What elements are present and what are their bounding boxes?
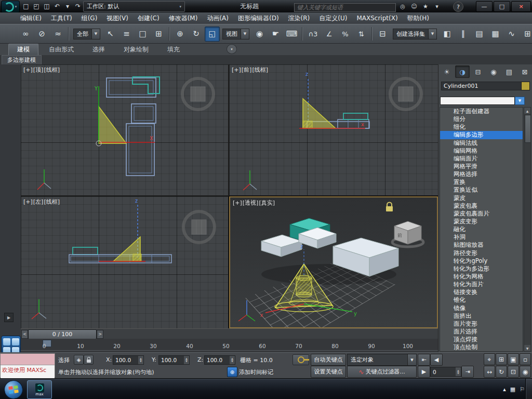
viewport-nav-menu[interactable]: [+]: [233, 200, 242, 206]
ribbon-tab[interactable]: 建模: [8, 44, 38, 55]
coord-y-field[interactable]: 100.0 ▲▼: [158, 355, 190, 365]
play-button[interactable]: ▶: [418, 366, 430, 378]
coord-z-field[interactable]: 100.0 ▲▼: [204, 355, 235, 365]
window-crossing-toggle-icon[interactable]: ⊞: [151, 26, 166, 42]
set-key-button[interactable]: 设置关键点: [311, 366, 346, 378]
isolate-selection-toggle[interactable]: ◈: [74, 355, 84, 365]
modifier-item[interactable]: 锥化: [440, 296, 523, 304]
maximize-button[interactable]: □: [494, 1, 510, 12]
auto-key-button[interactable]: 自动关键点: [311, 354, 346, 366]
select-by-name-icon[interactable]: ≡: [119, 26, 134, 42]
menu-item[interactable]: 组(G): [77, 12, 102, 24]
object-color-swatch[interactable]: [521, 82, 530, 90]
modifier-item[interactable]: 转化为多边形: [440, 265, 523, 273]
tray-ime-icon[interactable]: ▦: [510, 386, 515, 393]
keyboard-shortcut-override-icon[interactable]: ⌨: [284, 26, 299, 42]
go-to-start-button[interactable]: ⇤: [418, 354, 430, 366]
maximize-viewport-icon[interactable]: ⊡: [508, 366, 519, 378]
viewport-label[interactable]: [+][顶][线框]: [23, 66, 60, 74]
modifier-item[interactable]: 编辑面片: [440, 155, 523, 163]
select-and-rotate-icon[interactable]: ↻: [189, 26, 204, 42]
viewport-nav-menu[interactable]: [+]: [23, 66, 33, 73]
viewport-label[interactable]: [+][透视][真实]: [233, 199, 275, 207]
modifier-item[interactable]: 网格平滑: [440, 163, 523, 170]
modifier-item[interactable]: 面挤出: [440, 312, 523, 320]
favorites-icon[interactable]: ★: [421, 2, 430, 11]
redo-icon[interactable]: ↷: [73, 1, 83, 11]
set-key-button-large[interactable]: [292, 354, 309, 365]
schematic-view-icon[interactable]: ⊞: [520, 26, 532, 42]
workspace-selector[interactable]: 工作区: 默认 ▾: [83, 1, 185, 12]
modifier-item[interactable]: 顶点绘制: [440, 343, 523, 351]
modifier-item[interactable]: 蒙皮: [440, 194, 523, 202]
polygon-modeling-tab[interactable]: 多边形建模: [2, 55, 42, 64]
new-scene-icon[interactable]: □: [21, 1, 31, 11]
show-desktop-button[interactable]: [525, 379, 532, 399]
menu-item[interactable]: MAXScript(X): [352, 12, 402, 24]
spinner-snap-icon[interactable]: ⇅: [354, 26, 369, 42]
angle-snap-icon[interactable]: ∠: [322, 26, 337, 42]
utilities-tab[interactable]: ⊠: [517, 65, 532, 78]
modifier-item[interactable]: 编辑网格: [440, 147, 523, 155]
previous-key-button[interactable]: ◀: [430, 354, 443, 366]
modifier-item[interactable]: 顶点焊接: [440, 336, 523, 343]
modifier-item[interactable]: 面片选择: [440, 328, 523, 336]
modifier-item[interactable]: 编辑多边形: [440, 131, 523, 139]
modifier-item[interactable]: 蒙皮包裹: [440, 202, 523, 210]
snaps-toggle-icon[interactable]: ∩3: [305, 26, 321, 42]
modifier-item[interactable]: 置换近似: [440, 186, 523, 194]
reference-coordinate-dropdown[interactable]: 视图 ▼: [222, 29, 249, 39]
zoom-icon[interactable]: ⌖: [484, 353, 495, 365]
viewport-shading-menu[interactable]: [线框]: [44, 66, 60, 73]
key-filters-button[interactable]: ∿ 关键点过滤器...: [347, 366, 417, 378]
viewport-nav-menu[interactable]: [+]: [23, 198, 33, 205]
object-name-field[interactable]: Cylinder001: [441, 82, 523, 90]
ribbon-state-button[interactable]: ▾: [227, 44, 237, 54]
modifier-item[interactable]: 粒子面创建器: [440, 108, 523, 115]
viewport-shading-menu[interactable]: [线框]: [252, 66, 268, 73]
modifier-item[interactable]: 链接变换: [440, 288, 523, 296]
modifier-item[interactable]: 转化为网格: [440, 273, 523, 281]
scroll-up-icon[interactable]: ▲: [524, 108, 530, 114]
selection-lock-toggle[interactable]: [84, 355, 94, 365]
edit-named-selection-sets-icon[interactable]: ⊟: [375, 26, 390, 42]
save-file-icon[interactable]: ◫: [42, 1, 52, 11]
left-panel-flyout-arrow[interactable]: ▶: [4, 313, 14, 322]
use-pivot-center-icon[interactable]: ◉: [252, 26, 267, 42]
menu-item[interactable]: 渲染(R): [284, 12, 315, 24]
curve-editor-icon[interactable]: ∿: [504, 26, 519, 42]
viewport-pov-menu[interactable]: [前]: [242, 66, 252, 73]
zoom-all-icon[interactable]: ⊞: [496, 353, 507, 365]
modifier-item[interactable]: 编辑法线: [440, 139, 523, 147]
viewport-top[interactable]: [+][顶][线框] Y X: [21, 64, 228, 195]
help-button[interactable]: ?: [453, 2, 463, 12]
viewport-perspective[interactable]: [+][透视][真实] 前: [229, 196, 438, 328]
viewport-nav-menu[interactable]: [+]: [232, 66, 241, 73]
modifier-item[interactable]: 蒙皮包裹面片: [440, 210, 523, 218]
previous-frame-arrow[interactable]: <: [21, 330, 28, 339]
select-object-icon[interactable]: ↖: [103, 26, 118, 42]
viewport-label[interactable]: [+][前][线框]: [232, 66, 269, 74]
modifier-item[interactable]: 细分: [440, 115, 523, 123]
maxscript-mini-listener[interactable]: 欢迎使用 MAXSc: [0, 353, 55, 377]
pan-icon[interactable]: ↔: [484, 366, 495, 378]
viewport-left[interactable]: [+][左][线框] z: [21, 196, 228, 328]
time-slider-handle[interactable]: 0 / 100: [28, 329, 97, 339]
modifier-item[interactable]: 镜像: [440, 304, 523, 312]
menu-item[interactable]: 图形编辑器(D): [233, 12, 284, 24]
next-frame-arrow[interactable]: >: [97, 330, 103, 339]
menu-item[interactable]: 工具(T): [46, 12, 77, 24]
unlink-selection-icon[interactable]: ⊘: [34, 26, 49, 42]
modifier-item[interactable]: 补洞: [440, 233, 523, 241]
modifier-item[interactable]: 置换: [440, 178, 523, 186]
track-bar[interactable]: 0102030405060708090100: [21, 339, 438, 353]
key-filter-selection-dropdown[interactable]: 选定对象 ▼: [347, 354, 417, 366]
select-and-move-icon[interactable]: ⊕: [172, 26, 188, 42]
ribbon-tab[interactable]: 填充: [159, 44, 188, 55]
create-tab[interactable]: ☀: [440, 65, 454, 78]
undo-icon[interactable]: ↶: [52, 1, 62, 11]
scroll-down-icon[interactable]: ▼: [524, 345, 530, 351]
ribbon-tab[interactable]: 对象绘制: [115, 44, 157, 55]
scrollbar-thumb[interactable]: [525, 115, 531, 143]
modifier-list-scrollbar[interactable]: ▲ ▼: [524, 107, 531, 352]
